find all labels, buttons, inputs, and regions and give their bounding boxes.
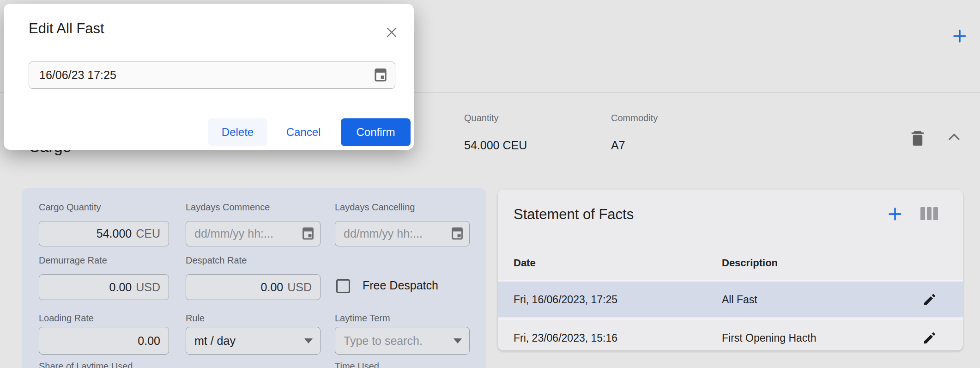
despatch-rate-value: 0.00 xyxy=(261,281,284,294)
delete-button[interactable]: Delete xyxy=(208,118,267,146)
loading-rate-input[interactable]: 0.00 xyxy=(39,327,169,355)
table-row[interactable]: Fri, 23/06/2023, 15:16 First Opening Hac… xyxy=(498,319,963,350)
free-despatch-checkbox[interactable] xyxy=(336,279,350,293)
demurrage-rate-unit: USD xyxy=(136,281,160,294)
cargo-quantity-unit: CEU xyxy=(136,227,160,240)
datetime-input[interactable]: 16/06/23 17:25 xyxy=(29,61,395,89)
loading-rate-value: 0.00 xyxy=(138,334,160,348)
edit-pencil-icon[interactable] xyxy=(922,331,937,345)
cargo-quantity-input[interactable]: 54.000 CEU xyxy=(39,221,169,246)
view-columns-icon[interactable] xyxy=(920,207,939,221)
row-date: Fri, 16/06/2023, 17:25 xyxy=(514,293,617,306)
chevron-down-icon[interactable] xyxy=(304,338,313,343)
confirm-button[interactable]: Confirm xyxy=(341,118,411,146)
edit-all-fast-dialog: Edit All Fast 16/06/23 17:25 Delete Canc… xyxy=(4,4,414,150)
cargo-quantity-label: Cargo Quantity xyxy=(39,202,101,213)
delete-cargo-icon[interactable] xyxy=(909,129,926,147)
free-despatch-label: Free Despatch xyxy=(363,279,438,292)
table-row[interactable]: Fri, 16/06/2023, 17:25 All Fast xyxy=(498,280,963,317)
add-cargo-icon[interactable] xyxy=(952,29,967,43)
laytime-term-input[interactable]: Type to search. xyxy=(335,327,470,355)
despatch-rate-input[interactable]: 0.00 USD xyxy=(186,274,321,300)
laydays-cancelling-label: Laydays Cancelling xyxy=(335,202,415,213)
demurrage-rate-label: Demurrage Rate xyxy=(39,255,107,266)
time-used-label: Time Used xyxy=(335,361,379,368)
laydays-commence-input[interactable]: dd/mm/yy hh:... xyxy=(186,221,321,246)
rule-label: Rule xyxy=(186,313,205,324)
chevron-down-icon[interactable] xyxy=(454,338,462,343)
despatch-rate-label: Despatch Rate xyxy=(186,255,247,266)
rule-value: mt / day xyxy=(194,334,236,348)
laydays-commence-placeholder: dd/mm/yy hh:... xyxy=(194,227,273,240)
table-header: Date Description xyxy=(498,245,963,280)
commodity-value: A7 xyxy=(611,139,625,152)
laydays-cancelling-input[interactable]: dd/mm/yy hh:... xyxy=(335,221,470,246)
row-date: Fri, 23/06/2023, 15:16 xyxy=(514,331,617,344)
close-icon[interactable] xyxy=(384,25,399,40)
despatch-rate-unit: USD xyxy=(287,281,312,294)
date-column-header: Date xyxy=(514,257,536,269)
commodity-label: Commodity xyxy=(611,113,658,123)
description-column-header: Description xyxy=(722,257,778,269)
edit-pencil-icon[interactable] xyxy=(922,292,937,307)
cancel-button[interactable]: Cancel xyxy=(275,118,332,146)
laytime-term-label: Laytime Term xyxy=(335,313,390,324)
statement-of-facts-card: Statement of Facts Date Description Fri,… xyxy=(498,190,963,350)
quantity-value: 54.000 CEU xyxy=(464,139,527,152)
chevron-up-icon[interactable] xyxy=(947,131,961,142)
demurrage-rate-input[interactable]: 0.00 USD xyxy=(39,274,169,300)
rule-select[interactable]: mt / day xyxy=(186,327,321,355)
calendar-icon[interactable] xyxy=(374,67,387,84)
statement-of-facts-title: Statement of Facts xyxy=(514,206,634,223)
laydays-cancelling-placeholder: dd/mm/yy hh:... xyxy=(344,227,423,240)
cargo-form-panel: Cargo Quantity 54.000 CEU Laydays Commen… xyxy=(22,188,486,368)
row-description: All Fast xyxy=(722,293,757,306)
dialog-title: Edit All Fast xyxy=(29,20,104,37)
share-of-laytime-used-label: Share of Laytime Used xyxy=(39,361,133,368)
laytime-term-placeholder: Type to search. xyxy=(344,334,423,348)
cargo-quantity-value: 54.000 xyxy=(97,227,132,240)
calendar-icon[interactable] xyxy=(451,226,464,242)
calendar-icon[interactable] xyxy=(302,226,315,242)
demurrage-rate-value: 0.00 xyxy=(109,281,132,294)
quantity-label: Quantity xyxy=(464,113,498,123)
laydays-commence-label: Laydays Commence xyxy=(186,202,270,213)
loading-rate-label: Loading Rate xyxy=(39,313,94,324)
add-statement-row-icon[interactable] xyxy=(888,207,902,221)
datetime-value: 16/06/23 17:25 xyxy=(39,68,116,82)
row-description: First Opening Hacth xyxy=(722,331,817,344)
